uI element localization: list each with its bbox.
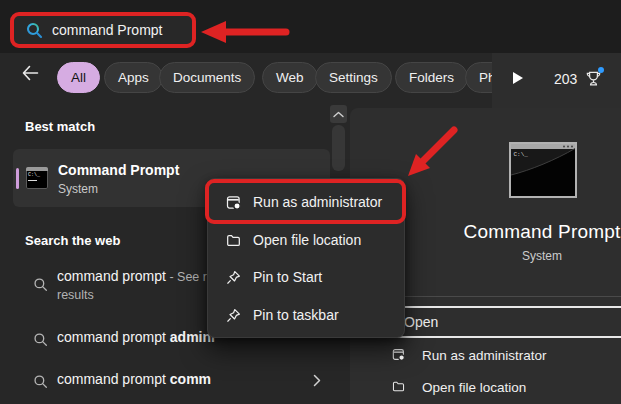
menu-item-pin-to-taskbar[interactable]: Pin to taskbar <box>208 296 404 334</box>
suggestion-suffix: - See r <box>166 270 207 284</box>
pin-icon <box>226 270 241 285</box>
menu-item-label: Pin to Start <box>253 269 322 285</box>
search-query-text: command Prompt <box>52 22 162 38</box>
command-prompt-icon: C:\_ <box>26 167 48 189</box>
annotation-arrow-search <box>198 19 290 45</box>
rewards-badge[interactable]: 203 <box>554 69 603 88</box>
run-as-admin-icon <box>392 348 405 361</box>
annotation-arrow-menu <box>402 120 462 184</box>
folder-icon <box>226 233 241 248</box>
action-open[interactable]: Open <box>404 314 438 330</box>
tab-documents[interactable]: Documents <box>159 62 255 93</box>
tab-all[interactable]: All <box>57 62 100 93</box>
command-prompt-icon-large: C:\_ <box>509 142 577 198</box>
pin-icon <box>226 308 241 323</box>
chevron-up-icon <box>333 111 344 118</box>
scrollbar-up-button[interactable] <box>330 105 347 123</box>
windows-search-window: command Prompt All Apps Documents Web Se… <box>0 0 621 404</box>
suggestion-text: command prompt <box>57 371 170 387</box>
preview-subtitle: System <box>410 249 621 263</box>
tab-folders[interactable]: Folders <box>395 62 468 93</box>
search-icon <box>26 22 43 39</box>
web-suggestion-row[interactable]: command prompt comm <box>0 364 332 398</box>
search-input[interactable]: command Prompt <box>10 12 196 48</box>
action-run-as-admin[interactable]: Run as administrator <box>422 348 547 363</box>
search-icon <box>33 332 48 347</box>
menu-item-pin-to-start[interactable]: Pin to Start <box>208 258 404 296</box>
suggestion-text: command prompt <box>57 329 170 345</box>
tab-settings[interactable]: Settings <box>315 62 392 93</box>
panel-divider <box>368 296 621 297</box>
tab-apps[interactable]: Apps <box>104 62 163 93</box>
back-button[interactable] <box>21 65 39 81</box>
best-match-title: Command Prompt <box>58 162 179 178</box>
suggestion-completion: comm <box>170 371 211 387</box>
selection-accent-bar <box>16 168 19 189</box>
action-open-file-location[interactable]: Open file location <box>422 380 526 395</box>
chevron-right-icon[interactable] <box>313 374 321 387</box>
suggestion-line2: results <box>57 288 94 302</box>
more-filters-icon[interactable] <box>512 71 524 85</box>
highlight-box-run-as-admin <box>205 179 406 224</box>
best-match-subtitle: System <box>58 182 98 196</box>
best-match-header: Best match <box>25 119 95 134</box>
preview-title: Command Prompt <box>410 221 621 243</box>
scrollbar-thumb[interactable] <box>332 125 345 171</box>
menu-item-label: Pin to taskbar <box>253 307 339 323</box>
trophy-icon <box>584 69 603 88</box>
search-web-header: Search the web <box>25 233 120 248</box>
suggestion-text: command prompt <box>57 268 166 284</box>
rewards-count: 203 <box>554 71 577 87</box>
search-icon <box>33 374 48 389</box>
svg-text:C:\_: C:\_ <box>514 151 529 158</box>
menu-item-label: Open file location <box>253 232 361 248</box>
menu-item-open-file-location[interactable]: Open file location <box>208 221 404 259</box>
tab-web[interactable]: Web <box>262 62 318 93</box>
search-icon <box>33 277 48 292</box>
folder-icon <box>392 380 405 393</box>
